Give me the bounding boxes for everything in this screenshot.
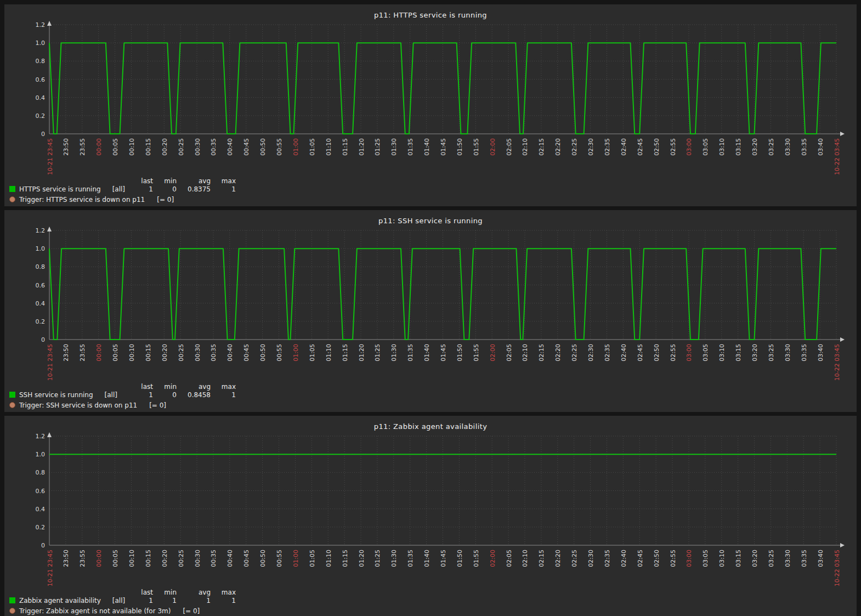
x-tick-label: 10-21 23:45 [47, 550, 54, 586]
graph-legend: last min avg max SSH service is running[… [4, 383, 857, 409]
x-tick-label: 01:30 [390, 344, 398, 361]
x-tick-label: 03:20 [751, 138, 758, 156]
x-tick-label: 01:50 [456, 344, 463, 361]
x-tick-label: 03:40 [817, 344, 824, 361]
x-tick-label: 02:20 [554, 138, 562, 156]
series-label: Zabbix agent availability [19, 597, 101, 604]
x-tick-label: 01:00 [292, 344, 299, 361]
x-tick-label: 02:15 [538, 344, 545, 361]
graph-title: p11: Zabbix agent availability [4, 416, 857, 432]
x-tick-label: 01:25 [374, 550, 381, 567]
x-tick-label: 00:05 [112, 550, 119, 567]
x-tick-label: 03:10 [718, 138, 726, 156]
legend-trigger-row: Trigger: HTTPS service is down on p11[= … [9, 196, 857, 204]
x-tick-label: 01:00 [292, 138, 299, 156]
x-tick-label: 00:20 [161, 138, 168, 156]
x-tick-label: 00:00 [95, 344, 103, 361]
series-swatch-icon [9, 392, 15, 398]
x-tick-label: 02:20 [554, 344, 562, 361]
trigger-condition: [= 0] [183, 607, 200, 615]
graph-panel-ssh: p11: SSH service is running 00.20.40.60.… [4, 210, 857, 412]
chart-area[interactable]: 00.20.40.60.81.01.210-21 23:4523:5023:55… [4, 227, 857, 369]
x-tick-label: 02:40 [620, 550, 627, 567]
y-tick-label: 1.2 [36, 21, 46, 29]
x-tick-label: 01:50 [456, 550, 463, 567]
x-tick-label: 01:55 [473, 138, 480, 156]
x-tick-label: 02:50 [653, 138, 660, 156]
x-tick-label: 03:05 [702, 550, 709, 567]
x-tick-label: 10-22 03:45 [834, 138, 841, 175]
x-tick-label: 02:50 [653, 550, 660, 567]
y-tick-label: 0 [41, 542, 45, 549]
x-tick-label: 03:05 [702, 138, 709, 156]
x-tick-label: 02:00 [489, 550, 496, 567]
legend-series-row: HTTPS service is running[all] 1 0 0.8375… [9, 185, 857, 193]
x-tick-label: 01:00 [292, 550, 299, 567]
x-tick-label: 02:05 [506, 344, 513, 361]
x-tick-label: 23:55 [79, 138, 86, 156]
series-label: SSH service is running [19, 391, 93, 399]
x-tick-label: 02:35 [604, 138, 611, 156]
graph-panel-agent: p11: Zabbix agent availability 00.20.40.… [4, 416, 857, 616]
y-tick-label: 0 [41, 336, 45, 343]
x-tick-label: 00:55 [276, 344, 283, 361]
x-tick-label: 00:40 [226, 550, 234, 567]
x-tick-label: 23:55 [79, 550, 86, 567]
x-tick-label: 02:50 [653, 344, 660, 361]
series-label: HTTPS service is running [19, 185, 101, 193]
x-tick-label: 00:40 [226, 344, 234, 361]
legend-header-row: last min avg max [9, 383, 857, 391]
x-tick-label: 02:35 [604, 550, 611, 567]
x-tick-label: 03:25 [768, 138, 775, 156]
x-tick-label: 23:50 [63, 138, 70, 156]
x-tick-label: 00:10 [128, 138, 135, 156]
x-tick-label: 02:25 [571, 344, 578, 361]
trigger-condition: [= 0] [157, 196, 174, 204]
x-tick-label: 02:55 [670, 344, 677, 361]
x-tick-label: 23:50 [63, 550, 70, 567]
x-tick-label: 02:00 [489, 138, 496, 156]
x-tick-label: 01:15 [342, 138, 349, 156]
x-tick-label: 02:45 [637, 344, 644, 361]
x-tick-label: 01:10 [325, 344, 332, 361]
x-tick-label: 00:55 [276, 550, 283, 567]
graph-svg: 00.20.40.60.81.01.210-21 23:4523:5023:55… [4, 432, 857, 575]
x-tick-label: 00:10 [128, 344, 135, 361]
x-tick-label: 00:35 [210, 344, 217, 361]
x-tick-label: 02:25 [571, 138, 578, 156]
x-tick-label: 01:30 [390, 138, 398, 156]
x-tick-label: 03:15 [735, 344, 742, 361]
x-tick-label: 00:45 [243, 550, 250, 567]
x-tick-label: 03:35 [801, 344, 808, 361]
x-tick-label: 00:25 [178, 138, 185, 156]
x-tick-label: 02:35 [604, 344, 611, 361]
x-tick-label: 03:20 [751, 550, 758, 567]
y-tick-label: 0 [41, 131, 45, 138]
x-tick-label: 03:15 [735, 550, 742, 567]
x-tick-label: 02:00 [489, 344, 496, 361]
series-swatch-icon [9, 186, 15, 192]
x-tick-label: 00:30 [194, 138, 201, 156]
graph-svg: 00.20.40.60.81.01.210-21 23:4523:5023:55… [4, 227, 857, 369]
x-tick-label: 01:30 [390, 550, 398, 567]
legend-trigger-row: Trigger: SSH service is down on p11[= 0] [9, 402, 857, 409]
graph-legend: last min avg max HTTPS service is runnin… [4, 177, 857, 204]
x-tick-label: 03:25 [768, 550, 775, 567]
x-tick-label: 00:35 [210, 550, 217, 567]
x-tick-label: 00:50 [259, 138, 267, 156]
x-tick-label: 01:35 [407, 550, 414, 567]
graph-title: p11: HTTPS service is running [4, 4, 857, 21]
x-tick-label: 03:35 [801, 550, 808, 567]
trigger-dot-icon [9, 402, 15, 408]
chart-area[interactable]: 00.20.40.60.81.01.210-21 23:4523:5023:55… [4, 432, 857, 575]
y-tick-label: 1.0 [36, 245, 46, 252]
x-tick-label: 02:30 [587, 550, 594, 567]
stat-max: 1 [189, 391, 236, 399]
trigger-label: Trigger: HTTPS service is down on p11 [19, 196, 145, 204]
chart-area[interactable]: 00.20.40.60.81.01.210-21 23:4523:5023:55… [4, 21, 857, 163]
y-axis-arrow-icon [47, 432, 52, 437]
x-tick-label: 02:15 [538, 550, 545, 567]
legend-header-row: last min avg max [9, 177, 857, 185]
x-tick-label: 00:45 [243, 138, 250, 156]
y-tick-label: 0.4 [36, 300, 46, 307]
